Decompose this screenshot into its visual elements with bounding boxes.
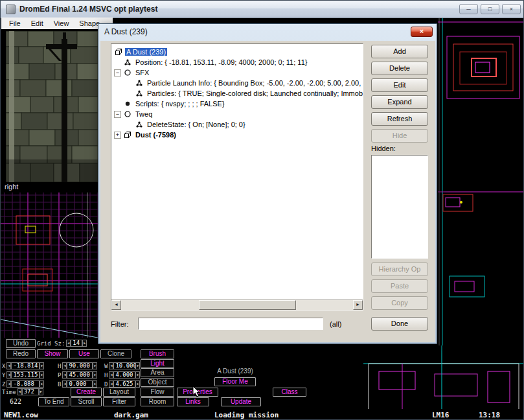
use-button[interactable]: Use [69,349,99,358]
mouse-cursor [192,386,200,397]
spin-right-icon[interactable]: ▸ [93,362,97,369]
object-icon [114,48,123,56]
spin-left-icon[interactable]: ◂ [109,380,113,388]
tree-item-label: Position: { -18.81, 153.11, -8.09; 4000;… [134,58,308,66]
collapse-expander-icon[interactable]: − [114,111,121,118]
spin-left-icon[interactable]: ◂ [62,362,67,369]
create-button[interactable]: Create [71,388,102,397]
light-button[interactable]: Light [141,359,174,368]
grid-size-value[interactable]: 14 [71,340,82,347]
spin-right-icon[interactable]: ▸ [93,380,97,388]
clone-button[interactable]: Clone [100,349,131,358]
collapse-expander-icon[interactable]: − [114,69,121,76]
time-field: Time ◂ 372 ▸ [2,388,43,396]
z-coordinate-value[interactable]: -8.088 [11,380,40,388]
tree-item-label: A Dust (239) [125,48,167,56]
status-bar: NEW1.cow dark.gam Loading mission LM16 1… [1,409,524,420]
y-coordinate-value[interactable]: 153.115 [11,371,40,379]
heading-label: H [58,363,61,369]
scroll-left-icon[interactable]: ◄ [111,300,121,310]
pitch-value[interactable]: 45.000 [67,371,93,379]
scroll-button[interactable]: Scroll [71,397,102,406]
width-value[interactable]: 10.000 [113,362,135,369]
current-object-name: A Dust (239) [192,368,278,375]
to-end-button[interactable]: To End [38,397,69,406]
height-value[interactable]: 4.000 [113,371,135,379]
undo-button[interactable]: Undo [6,339,36,348]
tree-item[interactable]: Particles: { TRUE; Single-colored disk; … [111,88,363,99]
spin-left-icon[interactable]: ◂ [62,371,67,379]
spin-left-icon[interactable]: ◂ [66,340,71,347]
spin-right-icon[interactable]: ▸ [93,371,97,379]
spin-left-icon[interactable]: ◂ [109,371,113,379]
spin-right-icon[interactable]: ▸ [82,340,87,347]
floor-me-button[interactable]: Floor Me [214,377,256,386]
links-button[interactable]: Links [177,397,209,406]
time-value[interactable]: 372 [22,388,39,395]
done-button[interactable]: Done [371,317,428,331]
depth-value[interactable]: 4.625 [113,380,135,388]
property-icon [135,121,144,128]
y-axis-label: Y [2,372,5,379]
show-button[interactable]: Show [37,349,68,358]
spin-left-icon[interactable]: ◂ [6,371,11,379]
brush-button[interactable]: Brush [141,349,174,358]
tree-item[interactable]: − Tweq [111,109,363,119]
hidden-listbox[interactable] [371,155,428,259]
width-label: W [104,363,108,369]
heading-value[interactable]: 90.000 [67,362,93,369]
refresh-button[interactable]: Refresh [371,112,428,126]
room-button[interactable]: Room [141,397,174,406]
spin-right-icon[interactable]: ▸ [40,371,44,379]
scroll-right-icon[interactable]: ► [353,300,363,310]
tree-item[interactable]: DeleteState: { On; [None]; 0; 0} [111,119,363,130]
tree-item[interactable]: A Dust (239) [111,47,363,57]
spin-left-icon[interactable]: ◂ [109,362,113,369]
expand-expander-icon[interactable]: + [114,132,121,139]
scrollbar-thumb[interactable] [199,300,296,310]
update-button[interactable]: Update [221,397,261,406]
filter-button[interactable]: Filter [103,397,135,406]
spin-left-icon[interactable]: ◂ [62,380,67,388]
property-tree-list[interactable]: A Dust (239) Position: { -18.81, 153.11,… [111,43,363,310]
class-button[interactable]: Class [273,388,306,397]
height-label: H [104,372,108,379]
dialog-title: A Dust (239) [104,27,148,36]
bank-value[interactable]: 0.000 [67,380,93,388]
heading-field: H ◂ 90.000 ▸ [58,362,97,370]
spin-right-icon[interactable]: ▸ [135,380,140,388]
delete-button[interactable]: Delete [371,62,428,75]
tree-item-label: Tweq [134,110,154,118]
filter-input[interactable] [138,318,323,330]
tree-item[interactable]: + Dust (-7598) [111,130,363,140]
tree-item[interactable]: Scripts: { nvspy; ; ; ; FALSE} [111,99,363,109]
spin-right-icon[interactable]: ▸ [135,362,140,369]
tree-item[interactable]: − SFX [111,67,363,78]
tree-item-label: Dust (-7598) [134,131,177,139]
x-coordinate-value[interactable]: -18.814 [11,362,40,369]
spin-right-icon[interactable]: ▸ [40,380,44,388]
height-field: H ◂ 4.000 ▸ [104,371,140,379]
filter-label: Filter: [111,320,129,328]
area-button[interactable]: Area [141,368,174,377]
object-button[interactable]: Object [141,378,174,387]
tree-item[interactable]: Position: { -18.81, 153.11, -8.09; 4000;… [111,57,363,67]
redo-button[interactable]: Redo [6,349,36,358]
flow-button[interactable]: Flow [141,388,174,397]
spin-left-icon[interactable]: ◂ [17,388,22,395]
expand-button[interactable]: Expand [371,95,428,109]
dialog-close-icon[interactable]: × [411,27,433,37]
spin-right-icon[interactable]: ▸ [40,362,44,369]
horizontal-scrollbar[interactable]: ◄ ► [111,299,363,310]
tree-item[interactable]: Particle Launch Info: { Bounding Box; -5… [111,78,363,88]
spin-left-icon[interactable]: ◂ [6,362,11,369]
status-message: Loading mission [214,411,279,419]
layout-button[interactable]: Layout [103,388,135,397]
edit-button[interactable]: Edit [371,78,428,92]
width-field: W ◂ 10.000 ▸ [104,362,140,370]
spin-right-icon[interactable]: ▸ [135,371,140,379]
add-button[interactable]: Add [371,45,428,58]
spin-left-icon[interactable]: ◂ [6,380,11,388]
spin-right-icon[interactable]: ▸ [39,388,43,395]
mission-filename: NEW1.cow [4,411,38,419]
